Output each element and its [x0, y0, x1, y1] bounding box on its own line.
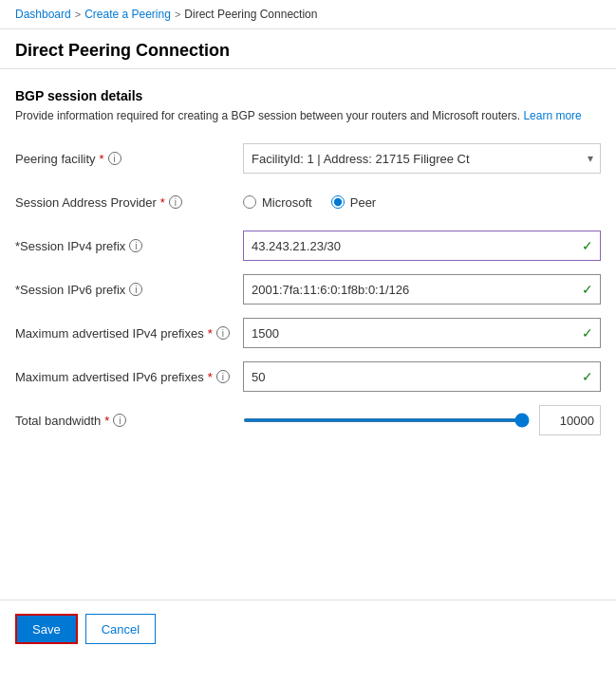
breadcrumb-create-peering[interactable]: Create a Peering [84, 8, 171, 21]
session-ipv6-input-wrapper: ✓ [243, 274, 601, 305]
radio-peer-label: Peer [350, 195, 376, 210]
cancel-button[interactable]: Cancel [85, 614, 156, 644]
total-bandwidth-slider-wrapper [243, 405, 601, 435]
total-bandwidth-slider[interactable] [243, 418, 530, 422]
session-ipv6-prefix-row: *Session IPv6 prefix i ✓ [15, 274, 601, 305]
bgp-section-title: BGP session details [15, 88, 601, 103]
required-star: * [100, 152, 104, 166]
breadcrumb-sep-2: > [175, 9, 180, 20]
session-address-provider-control: Microsoft Peer [243, 195, 601, 210]
peering-facility-label: Peering facility * i [15, 152, 243, 166]
total-bandwidth-row: Total bandwidth * i [15, 405, 601, 435]
main-content: BGP session details Provide information … [0, 69, 616, 468]
session-ipv4-prefix-label: *Session IPv4 prefix i [15, 239, 243, 253]
session-address-info-icon[interactable]: i [169, 195, 182, 209]
session-ipv4-input-wrapper: ✓ [243, 231, 601, 261]
total-bandwidth-control [243, 405, 601, 435]
max-ipv6-prefixes-control: ✓ [243, 361, 601, 392]
radio-microsoft-label: Microsoft [262, 195, 312, 210]
breadcrumb-dashboard[interactable]: Dashboard [15, 8, 71, 21]
total-bandwidth-value-input[interactable] [539, 405, 601, 435]
max-ipv4-info-icon[interactable]: i [216, 326, 230, 340]
max-ipv6-input-wrapper: ✓ [243, 361, 601, 392]
required-star-2: * [160, 195, 165, 210]
learn-more-link[interactable]: Learn more [523, 109, 581, 122]
session-ipv4-control: ✓ [243, 231, 601, 261]
session-ipv4-input[interactable] [243, 231, 601, 261]
radio-peer[interactable]: Peer [331, 195, 376, 210]
max-ipv4-prefixes-input[interactable] [243, 318, 601, 348]
radio-peer-input[interactable] [331, 195, 345, 209]
peering-facility-row: Peering facility * i FacilityId: 1 | Add… [15, 143, 601, 174]
max-ipv6-prefixes-label: Maximum advertised IPv6 prefixes * i [15, 370, 243, 384]
max-ipv4-prefixes-row: Maximum advertised IPv4 prefixes * i ✓ [15, 318, 601, 348]
required-star-3: * [208, 326, 213, 341]
session-ipv4-prefix-row: *Session IPv4 prefix i ✓ [15, 231, 601, 261]
session-ipv4-info-icon[interactable]: i [129, 239, 142, 252]
peering-facility-dropdown-wrapper: FacilityId: 1 | Address: 21715 Filigree … [243, 143, 601, 174]
required-star-4: * [208, 370, 213, 384]
session-address-provider-label: Session Address Provider * i [15, 195, 243, 210]
session-ipv6-control: ✓ [243, 274, 601, 305]
peering-facility-control: FacilityId: 1 | Address: 21715 Filigree … [243, 143, 601, 174]
peering-facility-select[interactable]: FacilityId: 1 | Address: 21715 Filigree … [243, 143, 601, 174]
radio-microsoft[interactable]: Microsoft [243, 195, 312, 210]
max-ipv4-prefixes-control: ✓ [243, 318, 601, 348]
breadcrumb-current: Direct Peering Connection [184, 8, 317, 21]
session-ipv6-prefix-label: *Session IPv6 prefix i [15, 283, 243, 297]
session-ipv6-info-icon[interactable]: i [129, 283, 142, 296]
session-address-radio-group: Microsoft Peer [243, 195, 601, 210]
session-address-provider-row: Session Address Provider * i Microsoft P… [15, 187, 601, 217]
max-ipv6-prefixes-input[interactable] [243, 361, 601, 392]
bgp-section-desc: Provide information required for creatin… [15, 107, 601, 124]
breadcrumb-sep-1: > [75, 9, 81, 20]
max-ipv6-info-icon[interactable]: i [216, 370, 230, 383]
page-title: Direct Peering Connection [0, 29, 616, 69]
session-ipv6-input[interactable] [243, 274, 601, 305]
footer: Save Cancel [0, 600, 616, 657]
save-button[interactable]: Save [15, 614, 78, 644]
max-ipv6-prefixes-row: Maximum advertised IPv6 prefixes * i ✓ [15, 361, 601, 392]
max-ipv4-prefixes-label: Maximum advertised IPv4 prefixes * i [15, 326, 243, 341]
total-bandwidth-info-icon[interactable]: i [113, 414, 126, 427]
required-star-5: * [104, 414, 109, 428]
max-ipv4-input-wrapper: ✓ [243, 318, 601, 348]
breadcrumb: Dashboard > Create a Peering > Direct Pe… [0, 0, 616, 29]
total-bandwidth-label: Total bandwidth * i [15, 414, 243, 428]
peering-facility-info-icon[interactable]: i [108, 152, 121, 165]
radio-microsoft-input[interactable] [243, 195, 256, 209]
